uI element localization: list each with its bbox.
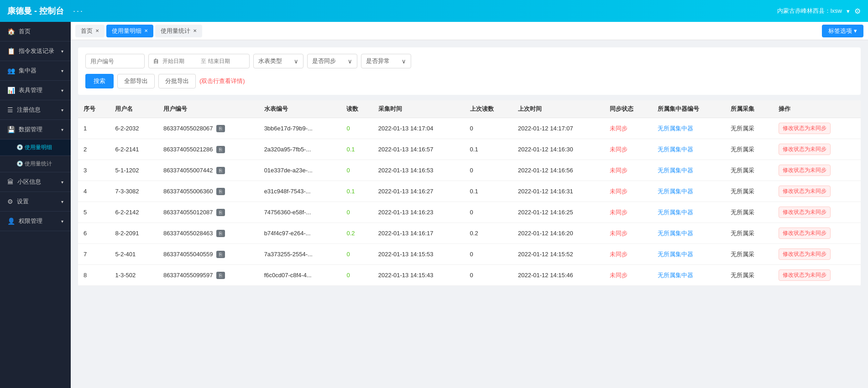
chevron-down-icon: ∨ xyxy=(294,58,298,65)
sidebar-item-command-record[interactable]: 📋 指令发送记录 ▾ xyxy=(0,41,71,61)
change-status-button[interactable]: 修改状态为未同步 xyxy=(779,144,831,155)
change-status-button[interactable]: 修改状态为未同步 xyxy=(779,123,831,134)
sidebar-label-settings: 设置 xyxy=(17,197,29,206)
sidebar-item-meter-manage[interactable]: 📊 表具管理 ▾ xyxy=(0,81,71,100)
start-date-input[interactable] xyxy=(162,58,199,64)
meter-icon: 📊 xyxy=(7,87,15,94)
cell-last-time: 2022-01-12 14:16:31 xyxy=(512,181,604,202)
sync-status-select[interactable]: 是否同步 ∨ xyxy=(307,54,357,68)
end-date-input[interactable] xyxy=(208,58,245,64)
col-seq: 序号 xyxy=(78,100,110,118)
sidebar-item-community-info[interactable]: 🏛 小区信息 ▾ xyxy=(0,172,71,192)
export-all-button[interactable]: 全部导出 xyxy=(117,74,155,88)
table-row[interactable]: 1 6-2-2032 863374055028067 ⎘ 3bb6e17d-79… xyxy=(78,118,861,139)
cell-last-time: 2022-01-12 14:15:52 xyxy=(512,244,604,265)
cell-user-id: 863374055021286 ⎘ xyxy=(158,139,259,160)
chevron-down-icon: ▾ xyxy=(61,180,63,185)
cell-collect-time: 2022-01-13 14:16:27 xyxy=(373,181,465,202)
cell-meter-id: f6c0cd07-c8f4-4... xyxy=(259,265,341,286)
change-status-button[interactable]: 修改状态为未同步 xyxy=(779,165,831,176)
copy-button[interactable]: ⎘ xyxy=(216,167,225,174)
sidebar-item-settings[interactable]: ⚙ 设置 ▾ xyxy=(0,192,71,212)
cell-sync-status: 未同步 xyxy=(604,118,652,139)
cell-meter-id: 2a320a95-7fb5-... xyxy=(259,139,341,160)
close-icon[interactable]: ✕ xyxy=(144,28,148,33)
sidebar-label-meter-manage: 表具管理 xyxy=(19,86,42,94)
export-batch-button[interactable]: 分批导出 xyxy=(158,74,196,88)
cell-action: 修改状态为未同步 xyxy=(773,202,861,223)
copy-button[interactable]: ⎘ xyxy=(216,251,225,258)
chevron-down-icon: ∨ xyxy=(348,58,352,65)
cell-user-id: 863374055028067 ⎘ xyxy=(158,118,259,139)
change-status-button[interactable]: 修改状态为未同步 xyxy=(779,269,831,281)
search-button[interactable]: 搜索 xyxy=(85,74,114,88)
filter-actions: 搜索 全部导出 分批导出 (双击行查看详情) xyxy=(85,74,853,88)
cell-reading: 0.1 xyxy=(341,181,372,202)
top-bar-right: 内蒙古赤峰林西县：lxsw ▾ ⚙ xyxy=(777,7,861,16)
cell-last-reading: 0.1 xyxy=(465,181,512,202)
cell-last-reading: 0.1 xyxy=(465,139,512,160)
chevron-down-icon: ▾ xyxy=(61,88,63,93)
date-range-group: 自 至 xyxy=(148,54,250,68)
top-dots[interactable]: ··· xyxy=(73,6,84,16)
table-container: 序号 用户名 用户编号 水表编号 读数 采集时间 上次读数 上次时间 同步状态 … xyxy=(78,100,861,286)
sidebar-item-usage-stat[interactable]: 💿 使用量统计 xyxy=(0,156,71,172)
tab-usage-detail-label: 使用量明细 xyxy=(112,27,141,35)
sidebar-label-concentrator: 集中器 xyxy=(19,67,37,75)
change-status-button[interactable]: 修改状态为未同步 xyxy=(779,228,831,239)
sidebar-item-concentrator[interactable]: 👥 集中器 ▾ xyxy=(0,61,71,81)
cell-action: 修改状态为未同步 xyxy=(773,265,861,286)
col-last-reading: 上次读数 xyxy=(465,100,512,118)
copy-button[interactable]: ⎘ xyxy=(216,230,225,237)
home-icon: 🏠 xyxy=(7,28,15,35)
cell-last-time: 2022-01-12 14:16:20 xyxy=(512,223,604,244)
table-row[interactable]: 7 5-2-401 863374055040559 ⎘ 7a373255-255… xyxy=(78,244,861,265)
tab-home[interactable]: 首页 ✕ xyxy=(75,25,105,37)
cell-meter-id: b74f4c97-e264-... xyxy=(259,223,341,244)
cell-username: 6-2-2141 xyxy=(110,139,158,160)
cell-collect-time: 2022-01-13 14:16:57 xyxy=(373,139,465,160)
tab-usage-detail[interactable]: 使用量明细 ✕ xyxy=(106,25,153,37)
change-status-button[interactable]: 修改状态为未同步 xyxy=(779,207,831,218)
top-bar: 康德曼 - 控制台 ··· 内蒙古赤峰林西县：lxsw ▾ ⚙ xyxy=(0,0,868,22)
sidebar-label-data-manage: 数据管理 xyxy=(19,125,42,134)
sidebar-item-home[interactable]: 🏠 首页 xyxy=(0,22,71,41)
usage-detail-icon: 💿 xyxy=(16,144,23,150)
table-row[interactable]: 6 8-2-2091 863374055028463 ⎘ b74f4c97-e2… xyxy=(78,223,861,244)
table-row[interactable]: 3 5-1-1202 863374055007442 ⎘ 01e337de-a2… xyxy=(78,160,861,181)
change-status-button[interactable]: 修改状态为未同步 xyxy=(779,248,831,260)
anomaly-select[interactable]: 是否异常 ∨ xyxy=(361,54,411,68)
copy-button[interactable]: ⎘ xyxy=(216,272,225,279)
sidebar-item-data-manage[interactable]: 💾 数据管理 ▾ xyxy=(0,120,71,140)
cell-username: 6-2-2142 xyxy=(110,202,158,223)
cell-concentrator: 无所属集中器 xyxy=(652,265,725,286)
meter-type-select[interactable]: 水表类型 ∨ xyxy=(253,54,303,68)
sidebar: 🏠 首页 📋 指令发送记录 ▾ 👥 集中器 ▾ 📊 表具管理 ▾ ☰ 注册信息 … xyxy=(0,22,71,388)
cell-username: 6-2-2032 xyxy=(110,118,158,139)
close-icon[interactable]: ✕ xyxy=(95,28,99,33)
sidebar-item-reg-info[interactable]: ☰ 注册信息 ▾ xyxy=(0,100,71,120)
tab-usage-stat[interactable]: 使用量统计 ✕ xyxy=(155,25,202,37)
cell-collect-time: 2022-01-13 14:16:23 xyxy=(373,202,465,223)
copy-button[interactable]: ⎘ xyxy=(216,125,225,132)
gear-icon[interactable]: ⚙ xyxy=(854,7,861,16)
sidebar-item-auth-manage[interactable]: 👤 权限管理 ▾ xyxy=(0,212,71,231)
copy-button[interactable]: ⎘ xyxy=(216,188,225,195)
copy-button[interactable]: ⎘ xyxy=(216,209,225,216)
region-arrow-icon[interactable]: ▾ xyxy=(847,8,850,15)
change-status-button[interactable]: 修改状态为未同步 xyxy=(779,186,831,197)
table-row[interactable]: 2 6-2-2141 863374055021286 ⎘ 2a320a95-7f… xyxy=(78,139,861,160)
tag-options-button[interactable]: 标签选项 ▾ xyxy=(822,25,863,37)
user-id-input[interactable] xyxy=(85,54,145,68)
sidebar-label-auth-manage: 权限管理 xyxy=(19,217,42,225)
anomaly-label: 是否异常 xyxy=(366,57,390,65)
copy-button[interactable]: ⎘ xyxy=(216,146,225,153)
cell-concentrator: 无所属集中器 xyxy=(652,139,725,160)
tab-bar-left: 首页 ✕ 使用量明细 ✕ 使用量统计 ✕ xyxy=(75,25,202,37)
sidebar-item-usage-detail[interactable]: 💿 使用量明细 xyxy=(0,140,71,156)
table-row[interactable]: 8 1-3-502 863374055099597 ⎘ f6c0cd07-c8f… xyxy=(78,265,861,286)
table-row[interactable]: 5 6-2-2142 863374055012087 ⎘ 74756360-e5… xyxy=(78,202,861,223)
close-icon[interactable]: ✕ xyxy=(193,28,197,33)
table-row[interactable]: 4 7-3-3082 863374055006360 ⎘ e31c948f-75… xyxy=(78,181,861,202)
cell-username: 8-2-2091 xyxy=(110,223,158,244)
